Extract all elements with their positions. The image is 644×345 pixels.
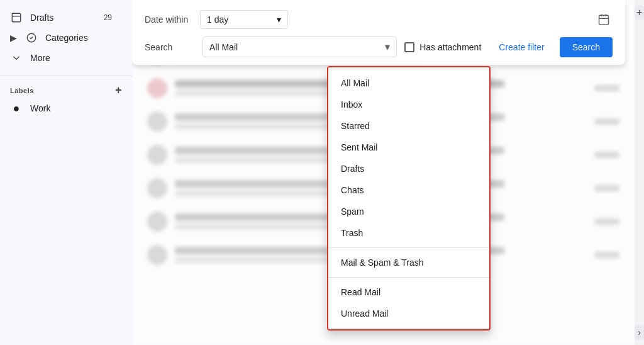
dropdown-divider-1 — [328, 247, 489, 248]
dropdown-item-inbox[interactable]: Inbox — [328, 94, 489, 115]
drafts-count: 29 — [104, 13, 112, 22]
dropdown-item-read-mail[interactable]: Read Mail — [328, 281, 489, 303]
date-within-row: Date within 1 day ▾ — [145, 10, 613, 29]
drafts-icon — [10, 11, 23, 24]
dropdown-divider-3 — [328, 328, 489, 329]
more-icon — [10, 52, 23, 64]
svg-rect-0 — [12, 13, 21, 22]
search-in-dropdown: All Mail Inbox Starred Sent Mail Drafts … — [327, 66, 491, 331]
dropdown-item-starred[interactable]: Starred — [328, 115, 489, 137]
sidebar: Drafts 29 ▶ Categories More Labels + ● W… — [0, 0, 132, 345]
main-content: Date within 1 day ▾ Search All Mail ▾ — [132, 0, 635, 345]
date-within-label: Date within — [145, 14, 195, 25]
categories-label: Categories — [45, 33, 122, 43]
search-in-value: All Mail — [209, 42, 238, 52]
date-within-value: 1 day — [207, 14, 228, 25]
sidebar-item-drafts[interactable]: Drafts 29 — [0, 8, 122, 28]
dropdown-item-sent-mail[interactable]: Sent Mail — [328, 137, 489, 158]
sidebar-item-work[interactable]: ● Work — [0, 98, 122, 118]
chevron-right-icon: ▶ — [10, 33, 23, 43]
dropdown-item-trash[interactable]: Trash — [328, 222, 489, 244]
labels-title: Labels — [10, 87, 34, 94]
categories-icon — [25, 31, 38, 44]
sidebar-item-more[interactable]: More — [0, 48, 122, 68]
search-field-label: Search — [145, 42, 195, 52]
drafts-label: Drafts — [30, 13, 104, 23]
has-attachment-row: Has attachment — [404, 42, 481, 52]
has-attachment-checkbox[interactable] — [404, 42, 414, 52]
date-within-chevron-icon: ▾ — [277, 14, 281, 25]
dropdown-item-mail-spam-trash[interactable]: Mail & Spam & Trash — [328, 252, 489, 273]
create-filter-button[interactable]: Create filter — [489, 37, 554, 57]
search-panel: Date within 1 day ▾ Search All Mail ▾ — [132, 0, 625, 65]
search-button[interactable]: Search — [560, 37, 613, 57]
calendar-icon[interactable] — [595, 11, 613, 28]
work-label-icon: ● — [10, 102, 23, 115]
dropdown-item-all-mail[interactable]: All Mail — [328, 72, 489, 94]
dropdown-item-unread-mail[interactable]: Unread Mail — [328, 303, 489, 324]
search-in-chevron-icon: ▾ — [385, 41, 390, 53]
dropdown-item-drafts[interactable]: Drafts — [328, 158, 489, 179]
search-field-row: Search All Mail ▾ Has attachment Create … — [145, 37, 613, 57]
date-within-group: Date within 1 day ▾ — [145, 10, 585, 29]
date-within-select[interactable]: 1 day ▾ — [200, 10, 288, 29]
right-sidebar: + › — [635, 0, 644, 345]
has-attachment-label: Has attachment — [419, 42, 481, 52]
labels-section: Labels + — [0, 79, 132, 98]
svg-rect-3 — [599, 15, 609, 25]
sidebar-divider — [0, 76, 132, 76]
search-actions: Create filter Search — [489, 37, 613, 57]
sidebar-top: Drafts 29 ▶ Categories More — [0, 5, 132, 73]
dropdown-item-chats[interactable]: Chats — [328, 179, 489, 201]
work-label: Work — [30, 103, 112, 113]
dropdown-item-spam[interactable]: Spam — [328, 201, 489, 222]
add-label-button[interactable]: + — [115, 84, 122, 97]
search-in-select[interactable]: All Mail ▾ — [203, 37, 397, 57]
sidebar-item-categories[interactable]: ▶ Categories — [0, 28, 132, 48]
more-label: More — [30, 53, 112, 63]
dropdown-divider-2 — [328, 277, 489, 278]
